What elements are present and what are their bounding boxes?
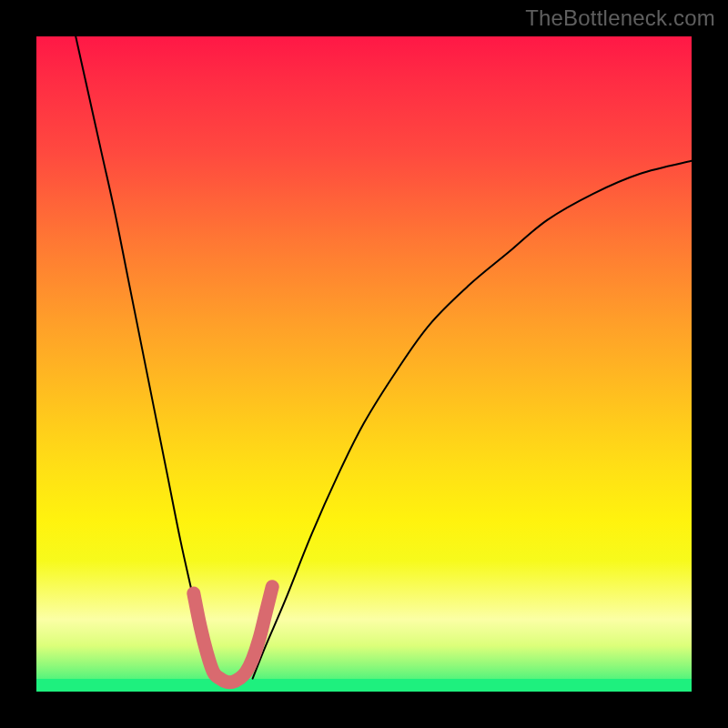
chart-frame: TheBottleneck.com	[0, 0, 728, 728]
plot-area	[36, 36, 692, 692]
bottleneck-curve-right	[253, 161, 692, 679]
watermark-text: TheBottleneck.com	[525, 5, 715, 31]
bottleneck-curve-left	[76, 36, 213, 679]
valley-accent-curve	[194, 587, 272, 682]
curve-layer	[36, 36, 692, 692]
